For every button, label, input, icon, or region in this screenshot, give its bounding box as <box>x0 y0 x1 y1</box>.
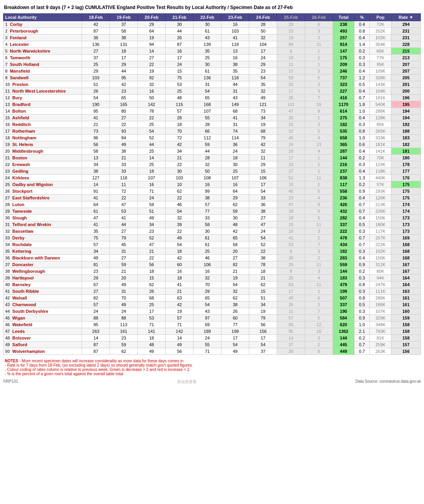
rate-cell: 213 <box>391 55 421 61</box>
table-row: 6 Tamworth371727172516241021750.377K213 <box>4 55 421 61</box>
pop-cell: 312K <box>369 261 391 268</box>
pop-cell: 286K <box>369 295 391 301</box>
total-cell: 323 <box>333 81 355 88</box>
day-cell: 47 <box>110 201 138 208</box>
day-cell: 49 <box>166 235 194 241</box>
day-cell-shade: 32 <box>277 81 305 88</box>
pop-cell: 222K <box>369 241 391 248</box>
authority-cell: 37 Doncaster <box>4 261 82 268</box>
pct-cell: 0.2 <box>355 48 370 55</box>
day-cell-shade: 25 <box>277 275 305 281</box>
day-cell: 55 <box>194 115 221 121</box>
rate-cell: 157 <box>391 341 421 348</box>
day-cell: 44 <box>221 81 249 88</box>
notes-line-4: - % is the percent of a given row's tota… <box>5 372 123 376</box>
authority-cell: 35 Kettering <box>4 248 82 255</box>
day-cell: 18 <box>166 248 194 255</box>
day-cell: 73 <box>82 128 110 135</box>
day-cell: 41 <box>166 281 194 288</box>
col-header-25feb: 25-Feb <box>277 14 305 21</box>
day-cell: 25 <box>166 88 194 95</box>
day-cell: 81 <box>82 261 110 268</box>
authority-cell: 9 Sandwell <box>4 75 82 81</box>
day-cell: 18 <box>166 121 194 128</box>
day-cell: 32 <box>194 275 221 281</box>
page-title: Breakdown of last 9 days (7 + 2 lag) CUM… <box>3 3 421 12</box>
pop-cell: 102K <box>369 248 391 255</box>
day-cell: 161 <box>110 328 138 335</box>
day-cell-shade: 13 <box>305 141 333 148</box>
day-cell-shade: 12 <box>305 321 333 328</box>
notes-label: NOTES <box>5 359 18 363</box>
day-cell: 118 <box>110 175 138 181</box>
day-cell: 61 <box>194 235 221 241</box>
rate-cell: 173 <box>391 228 421 235</box>
day-cell: 29 <box>138 21 166 28</box>
day-cell: 31 <box>110 288 138 295</box>
authority-cell: 3 Fenland <box>4 35 82 41</box>
total-cell: 283 <box>333 255 355 261</box>
rate-cell: 205 <box>391 75 421 81</box>
pct-cell: 0.3 <box>355 55 370 61</box>
day-cell-shade: 30 <box>277 255 305 261</box>
day-cell-shade: 1 <box>305 155 333 161</box>
rate-cell: 173 <box>391 215 421 221</box>
day-cell: 78 <box>249 261 277 268</box>
pct-cell: 0.3 <box>355 275 370 281</box>
day-cell-shade: 1 <box>305 115 333 121</box>
pop-cell: 102K <box>369 35 391 41</box>
pop-cell: 104K <box>369 88 391 95</box>
day-cell: 38 <box>249 208 277 215</box>
day-cell: 57 <box>194 201 221 208</box>
day-cell: 87 <box>82 341 110 348</box>
pop-cell: 150K <box>369 255 391 261</box>
day-cell: 52 <box>138 235 166 241</box>
rate-cell: 194 <box>391 115 421 121</box>
day-cell: 10 <box>166 181 194 188</box>
day-cell: 31 <box>110 248 138 255</box>
total-cell: 584 <box>333 315 355 321</box>
authority-cell: 42 Walsall <box>4 295 82 301</box>
day-cell-shade: 6 <box>305 295 333 301</box>
day-cell: 20 <box>221 248 249 255</box>
rate-cell: 177 <box>391 168 421 175</box>
rate-cell: 178 <box>391 161 421 168</box>
pct-cell: 0.4 <box>355 215 370 221</box>
day-cell: 114 <box>221 135 249 141</box>
day-cell: 61 <box>194 241 221 248</box>
rate-cell: 164 <box>391 275 421 281</box>
day-cell: 49 <box>138 348 166 355</box>
day-cell: 21 <box>138 248 166 255</box>
day-cell: 62 <box>110 348 138 355</box>
total-cell: 658 <box>333 135 355 141</box>
data-table: Local Authority 18-Feb 19-Feb 20-Feb 21-… <box>3 13 421 355</box>
total-cell: 147 <box>333 48 355 55</box>
day-cell: 57 <box>82 241 110 248</box>
day-cell: 18 <box>110 48 138 55</box>
rate-cell: 195 <box>391 101 421 108</box>
authority-cell: 2 Peterborough <box>4 28 82 35</box>
day-cell: 32 <box>194 161 221 168</box>
table-row: 30 Slough474149323330271852820.4150K173 <box>4 215 421 221</box>
day-cell: 22 <box>138 61 166 68</box>
authority-cell: 30 Slough <box>4 215 82 221</box>
rate-cell: 182 <box>391 141 421 148</box>
total-cell: 620 <box>333 321 355 328</box>
pop-cell: 141K <box>369 148 391 155</box>
day-cell: 30 <box>166 168 194 175</box>
authority-cell: 4 Leicester <box>4 41 82 48</box>
total-cell: 737 <box>333 75 355 81</box>
table-row: 4 Leicester136131948713911810484219141.4… <box>4 41 421 48</box>
rate-cell: 174 <box>391 208 421 215</box>
table-row: 3 Fenland363819264341321932570.4102K231 <box>4 35 421 41</box>
day-cell-shade: 17 <box>277 155 305 161</box>
day-cell-shade: 1 <box>305 48 333 55</box>
day-cell: 54 <box>221 341 249 348</box>
day-cell: 168 <box>194 101 221 108</box>
day-cell: 103 <box>82 75 110 81</box>
day-cell: 42 <box>166 255 194 261</box>
total-cell: 838 <box>333 175 355 181</box>
authority-cell: 11 North West Leicestershire <box>4 88 82 95</box>
day-cell: 59 <box>110 261 138 268</box>
day-cell: 49 <box>221 348 249 355</box>
